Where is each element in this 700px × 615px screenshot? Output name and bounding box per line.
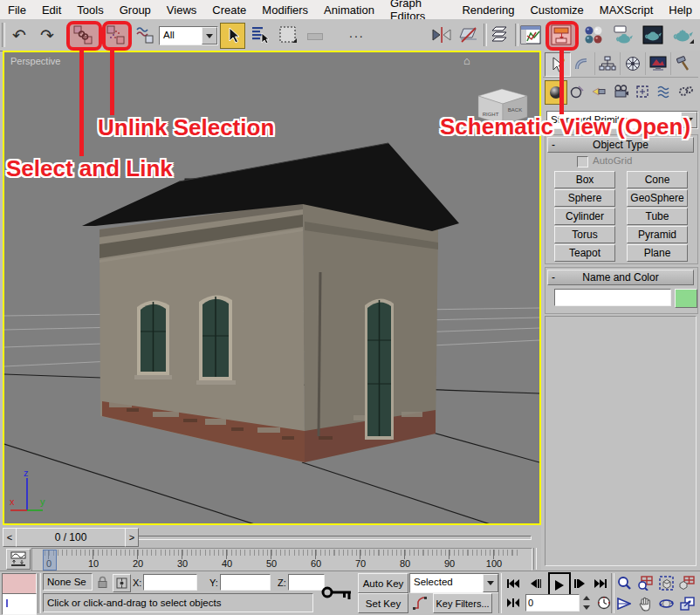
bind-to-space-warp-button[interactable] [133,23,157,47]
button-torus[interactable]: Torus [554,226,615,243]
redo-button[interactable]: ↷ [35,23,59,47]
layer-manager-button[interactable] [487,23,511,47]
viewcube-back-label[interactable]: BACK [508,107,522,113]
selection-filter-dropdown[interactable]: All [159,26,218,45]
autogrid-checkbox[interactable] [577,156,588,167]
go-to-start-button[interactable] [504,574,522,592]
menu-tools[interactable]: Tools [69,1,111,19]
zoom-button[interactable] [614,573,634,592]
object-name-input[interactable] [554,289,671,306]
zoom-extents-button[interactable] [656,573,676,592]
tab-utilities[interactable] [671,52,696,75]
open-mini-curve-editor-button[interactable] [6,549,31,570]
button-tube[interactable]: Tube [627,208,688,225]
subtab-shapes[interactable] [566,80,587,103]
time-slider-handle[interactable]: 0 / 100 [16,528,126,547]
subtab-helpers[interactable] [632,80,653,103]
frame-spinner[interactable] [581,594,592,612]
tab-modify[interactable] [570,52,595,75]
macro-recorder-line[interactable] [2,573,37,594]
key-mode-toggle-button[interactable] [504,594,522,612]
rollout-collapse-icon[interactable]: - [552,271,555,284]
key-filters-button[interactable]: Key Filters... [433,593,492,613]
name-color-header[interactable]: - Name and Color [547,270,694,285]
menu-customize[interactable]: Customize [522,1,591,19]
rectangular-selection-region-button[interactable] [276,23,300,47]
button-plane[interactable]: Plane [627,244,688,262]
curve-editor-button[interactable] [518,23,543,47]
select-by-name-button[interactable] [248,23,271,47]
menu-group[interactable]: Group [112,1,159,19]
zoom-all-button[interactable] [635,573,655,592]
menu-modifiers[interactable]: Modifiers [254,1,316,19]
menu-help[interactable]: Help [661,1,700,19]
prompt-line: Click or click-and-drag to select object… [43,593,313,612]
render-setup-button[interactable] [611,23,635,47]
selection-lock-toggle[interactable] [94,574,110,591]
undo-button[interactable]: ↶ [7,23,31,47]
menu-create[interactable]: Create [204,1,254,19]
current-frame-field[interactable] [525,594,580,612]
pan-view-button[interactable] [635,594,655,613]
menu-maxscript[interactable]: MAXScript [592,1,661,19]
subtab-lights[interactable] [588,80,609,103]
button-pyramid[interactable]: Pyramid [627,226,688,243]
menu-file[interactable]: File [0,1,34,19]
tab-display[interactable] [646,52,671,75]
orbit-button[interactable] [656,594,676,613]
tick-10: 10 [88,558,99,569]
subtab-space-warps[interactable] [654,80,675,103]
selection-filter-arrow[interactable] [202,27,217,44]
viewport-label[interactable]: Perspective [10,56,60,66]
button-geosphere[interactable]: GeoSphere [627,189,688,207]
next-frame-button[interactable] [571,574,588,592]
set-key-button[interactable]: Set Key [358,593,408,613]
button-box[interactable]: Box [554,171,615,188]
track-bar-ruler[interactable]: 0 10 20 30 40 50 60 70 80 90 100 [31,548,532,571]
rendered-frame-window-button[interactable] [641,23,665,47]
button-cylinder[interactable]: Cylinder [554,208,615,225]
previous-frame-arrow[interactable]: < [3,528,17,547]
select-object-button[interactable] [220,23,245,49]
button-teapot[interactable]: Teapot [554,244,615,262]
mirror-button[interactable] [429,23,454,47]
button-cone[interactable]: Cone [627,171,688,188]
menu-edit[interactable]: Edit [34,1,69,19]
y-coordinate-field[interactable] [220,574,271,591]
subtab-cameras[interactable] [610,80,631,103]
helpers-icon [635,85,649,99]
button-sphere[interactable]: Sphere [554,189,615,207]
tab-create[interactable] [545,52,571,77]
toolbar-overflow-ellipsis: ... [349,26,365,40]
key-mode-dropdown[interactable]: Selected [409,573,499,593]
zoom-extents-all-button[interactable] [677,573,697,592]
object-color-swatch[interactable] [675,289,697,308]
menu-animation[interactable]: Animation [316,1,382,19]
next-frame-arrow[interactable]: > [125,528,139,547]
go-to-end-button[interactable] [592,574,609,592]
rollout-collapse-icon[interactable]: - [552,139,555,151]
viewcube-home-icon[interactable]: ⌂ [463,54,470,67]
menu-views[interactable]: Views [159,1,204,19]
default-tangent-button[interactable] [409,593,429,612]
subtab-geometry[interactable] [545,80,567,105]
time-configuration-button[interactable] [595,594,613,612]
subtab-systems[interactable] [676,80,697,103]
previous-frame-button[interactable] [527,574,545,592]
material-editor-button[interactable] [581,23,606,47]
render-production-button[interactable] [670,23,695,47]
tab-hierarchy[interactable] [595,52,621,75]
maximize-viewport-toggle[interactable] [677,594,697,613]
listener-line[interactable] [2,593,37,615]
current-frame-marker[interactable] [43,550,57,571]
set-keys-button[interactable] [318,573,356,612]
tab-motion[interactable] [621,52,646,75]
field-of-view-button[interactable] [614,594,634,613]
menu-rendering[interactable]: Rendering [454,1,522,19]
key-mode-arrow[interactable] [483,574,498,592]
statusbar-splitter[interactable] [38,573,41,613]
align-button[interactable] [456,23,481,47]
x-coordinate-field[interactable] [143,574,197,591]
auto-key-button[interactable]: Auto Key [358,573,408,593]
absolute-offset-toggle[interactable] [113,574,131,592]
